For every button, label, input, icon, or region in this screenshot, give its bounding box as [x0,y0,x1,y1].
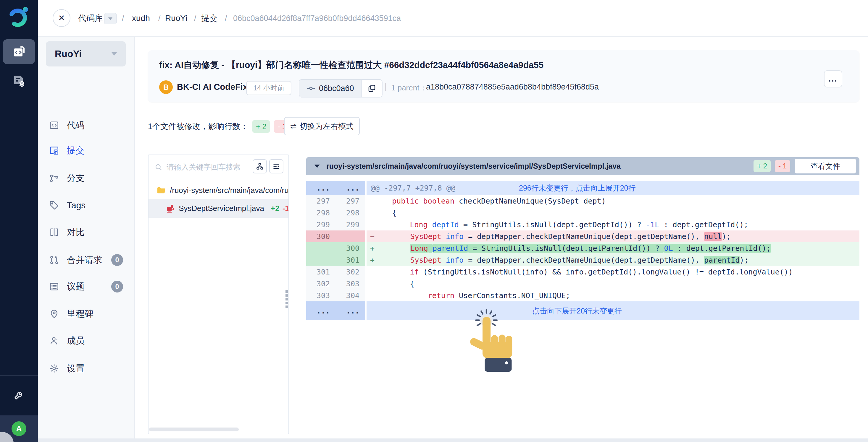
new-line-number: 304 [336,290,365,301]
view-file-button[interactable]: 查看文件 [795,159,856,173]
sidebar-item-branches[interactable]: 分支 [49,169,123,187]
milestone-pin-icon [49,309,59,319]
diff-row-add: 301+ SysDept info = deptMapper.checkDept… [306,254,860,266]
sidebar-item-tags[interactable]: Tags [49,197,123,214]
icon-rail: A [0,0,38,442]
user-avatar[interactable]: A [11,421,26,436]
tree-search-row [149,159,288,175]
sidebar-item-issues[interactable]: 议题 0 [49,278,123,296]
commit-doc-icon [49,145,59,156]
code-cell: if (StringUtils.isNotNull(info) && info.… [367,266,860,278]
switch-side-by-side-button[interactable]: ⇌ 切换为左右模式 [284,117,360,135]
breadcrumb-dropdown-button[interactable] [104,13,117,24]
commit-author[interactable]: BK-CI AI CodeFix [177,82,248,92]
old-line-number: 302 [306,278,336,290]
sidebar-item-label: 议题 [67,281,85,293]
collapse-list-button[interactable] [269,159,283,173]
tree-view-toggle-button[interactable] [253,159,267,173]
close-button[interactable]: ✕ [53,9,70,27]
branch-icon [49,173,59,183]
parent-sha[interactable]: a18b0ca078874885e5aad6b8b4bbf89e45f68d5a [426,82,599,92]
code-line: Long parentId = StringUtils.isNull(dept.… [375,244,771,252]
new-line-number: 298 [336,207,365,218]
more-actions-button[interactable]: ... [824,70,842,88]
expand-down-link[interactable]: 点击向下展开20行未变更行 [532,306,622,316]
commit-icon [307,84,315,93]
diff-row-add: 300+ Long parentId = StringUtils.isNull(… [306,242,860,254]
copy-sha-button[interactable] [361,80,382,97]
breadcrumb-separator: / [122,0,124,37]
tree-folder-row[interactable]: /ruoyi-system/src/main/java/com/ruoyi/sy… [149,183,288,198]
commit-sha-button[interactable]: 06bc0a60 [300,80,361,97]
diff-row-context: 301302 if (StringUtils.isNotNull(info) &… [306,266,860,278]
file-search-input[interactable] [166,163,244,171]
chevron-down-icon [108,18,113,20]
expand-up-link[interactable]: 296行未变更行，点击向上展开20行 [519,183,636,193]
additions-badge: + 2 [252,120,270,133]
code-cell: − SysDept info = deptMapper.checkDeptNam… [367,231,860,242]
sidebar-item-members[interactable]: 成员 [49,332,123,349]
gear-icon [49,364,59,373]
sidebar-item-commits[interactable]: 提交 [49,141,123,159]
breadcrumb-repo[interactable]: RuoYi [165,0,187,37]
old-line-number: ... [306,301,336,320]
diff-row-context: 298298 { [306,207,860,218]
hunk-header: @@ -297,7 +297,8 @@ [371,184,455,192]
sidebar-item-label: 成员 [67,335,85,347]
breadcrumb-owner[interactable]: xudh [132,0,150,37]
commit-time-badge: 14 小时前 [246,81,291,95]
code-line: { [374,209,396,217]
project-name: RuoYi [55,48,82,59]
diff-file-path: ruoyi-system/src/main/java/com/ruoyi/sys… [326,162,621,170]
code-line: SysDept info = deptMapper.checkDeptNameU… [375,232,731,241]
tree-divider [149,179,288,179]
sidebar-item-label: 合并请求 [67,254,102,266]
compare-icon [49,227,59,237]
issues-list-icon [49,281,59,292]
sidebar-item-settings[interactable]: 设置 [49,360,123,377]
new-line-number: 302 [336,266,365,278]
change-summary: 1个文件被修改，影响行数： [148,121,248,132]
project-selector[interactable]: RuoYi [46,41,126,66]
sidebar-item-milestones[interactable]: 里程碑 [49,305,123,322]
diff-marker: − [367,232,375,241]
breadcrumb-separator: / [158,0,160,37]
breadcrumb-root[interactable]: 代码库 [78,0,103,37]
old-line-number: ... [306,181,336,195]
diff-row-expander: ......点击向下展开20行未变更行 [306,301,860,320]
rail-item-code-repo[interactable] [3,39,35,64]
diff-deletions-badge: - 1 [775,160,790,172]
collapse-triangle-icon [314,165,320,168]
code-cell: @@ -297,7 +297,8 @@296行未变更行，点击向上展开20行 [367,181,860,195]
diff-file-header[interactable]: ruoyi-system/src/main/java/com/ruoyi/sys… [306,157,860,175]
horizontal-scrollbar-thumb[interactable] [149,428,239,431]
sidebar-item-code[interactable]: 代码 [49,116,123,134]
code-line: return UserConstants.NOT_UNIQUE; [374,291,570,300]
sidebar-item-merge-requests[interactable]: 合并请求 0 [49,251,123,269]
new-line-number: ... [336,301,365,320]
diff-row-context: 303304 return UserConstants.NOT_UNIQUE; [306,290,860,301]
sidebar-item-compare[interactable]: 对比 [49,224,123,241]
sidebar-item-label: Tags [67,200,86,210]
diff-row-context: 297297 public boolean checkDeptNameUniqu… [306,195,860,207]
merge-request-icon [49,255,59,265]
panel-resize-handle[interactable] [285,290,288,308]
code-cell: + SysDept info = deptMapper.checkDeptNam… [367,254,860,266]
code-cell: { [367,207,860,218]
change-stats: 1个文件被修改，影响行数： + 2 - 1 [148,117,290,136]
tools-wrench-button[interactable] [0,388,38,403]
sidebar-item-label: 提交 [67,144,85,157]
new-line-number: 297 [336,195,365,207]
app-logo-icon [6,4,32,30]
tree-view-icon [256,163,264,170]
rail-item-artifact[interactable] [0,72,38,89]
tree-file-row[interactable]: SysDeptServiceImpl.java +2 -1 [149,199,288,218]
diff-row-del: 300− SysDept info = deptMapper.checkDept… [306,231,860,242]
old-line-number [306,254,336,266]
merge-requests-count-badge: 0 [111,254,123,266]
diff-row-context: 299299 Long deptId = StringUtils.isNull(… [306,218,860,231]
breadcrumb-section[interactable]: 提交 [201,0,218,37]
code-cell: { [367,278,860,290]
old-line-number: 298 [306,207,336,218]
swap-icon: ⇌ [290,122,297,131]
